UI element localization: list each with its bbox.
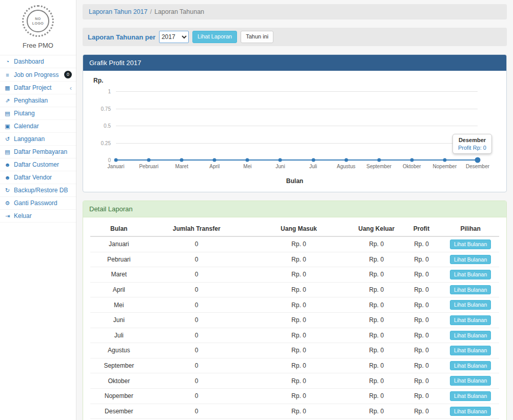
chart-tooltip: Desember Profit Rp: 0 [452, 134, 492, 154]
sidebar-item-label: Calendar [14, 123, 39, 130]
sidebar-item-langganan[interactable]: ↺Langganan [0, 133, 76, 146]
table-row: Mei0Rp. 0Rp. 0Rp. 0Lihat Bulanan [90, 297, 499, 313]
sidebar-item-keluar[interactable]: ⇥Keluar [0, 210, 76, 223]
data-point-mei[interactable] [246, 158, 249, 162]
column-header-profit: Profit [401, 222, 442, 236]
sidebar-item-ganti-password[interactable]: ⚙Ganti Password [0, 197, 76, 210]
cell-bulan: Nopember [90, 388, 148, 404]
cell-profit: Rp. 0 [401, 328, 442, 343]
cell-masuk: Rp. 0 [246, 297, 352, 313]
dashboard-icon: ◔ [4, 58, 11, 65]
column-header-uang-keluar: Uang Keluar [352, 222, 401, 236]
cell-masuk: Rp. 0 [246, 373, 352, 389]
sidebar-item-dashboard[interactable]: ◔Dashboard [0, 55, 76, 68]
breadcrumb-current: Laporan Tahunan [154, 8, 204, 15]
cell-keluar: Rp. 0 [352, 373, 401, 389]
sidebar-item-daftar-project[interactable]: ▦Daftar Project‹ [0, 82, 76, 94]
x-tick-label: Juni [275, 164, 285, 169]
calendar-icon: ▣ [4, 123, 11, 130]
lihat-bulanan-button[interactable]: Lihat Bulanan [450, 239, 491, 249]
data-point-pebruari[interactable] [147, 158, 151, 162]
table-row: Juni0Rp. 0Rp. 0Rp. 0Lihat Bulanan [90, 312, 499, 328]
cell-profit: Rp. 0 [401, 267, 442, 283]
gridline [116, 109, 478, 109]
money-icon: ▤ [4, 110, 11, 117]
cell-pilihan: Lihat Bulanan [442, 373, 499, 389]
no-logo-stamp: NO LOGO [22, 5, 54, 37]
cell-pilihan: Lihat Bulanan [442, 297, 499, 313]
x-tick-label: Pebruari [139, 164, 159, 169]
cell-masuk: Rp. 0 [246, 328, 352, 343]
lihat-bulanan-button[interactable]: Lihat Bulanan [450, 361, 491, 371]
data-point-juni[interactable] [279, 158, 282, 162]
lihat-bulanan-button[interactable]: Lihat Bulanan [450, 391, 491, 401]
sidebar-item-piutang[interactable]: ▤Piutang [0, 107, 76, 120]
tasks-icon: ≡ [4, 72, 11, 78]
data-point-januari[interactable] [114, 158, 118, 162]
cell-profit: Rp. 0 [401, 388, 442, 404]
sidebar-item-label: Job on Progress [14, 71, 58, 78]
table-row: Oktober0Rp. 0Rp. 0Rp. 0Lihat Bulanan [90, 373, 499, 389]
sidebar-item-daftar-vendor[interactable]: ☻Daftar Vendor [0, 171, 76, 184]
x-tick-label: Januari [108, 164, 125, 169]
sidebar-item-daftar-customer[interactable]: ☻Daftar Customer [0, 158, 76, 171]
year-select[interactable]: 2017 [159, 31, 189, 43]
lihat-bulanan-button[interactable]: Lihat Bulanan [450, 376, 491, 386]
cell-transfer: 0 [148, 282, 246, 297]
cell-pilihan: Lihat Bulanan [442, 312, 499, 328]
sidebar-item-calendar[interactable]: ▣Calendar [0, 120, 76, 133]
breadcrumb: Laporan Tahun 2017/Laporan Tahunan [83, 4, 507, 19]
sidebar-item-label: Ganti Password [14, 199, 57, 207]
lihat-bulanan-button[interactable]: Lihat Bulanan [450, 346, 491, 355]
lihat-bulanan-button[interactable]: Lihat Bulanan [450, 255, 491, 265]
cell-pilihan: Lihat Bulanan [442, 236, 499, 252]
sidebar-item-job-on-progress[interactable]: ≡Job on Progress0 [0, 68, 76, 82]
lihat-laporan-button[interactable]: Lihat Laporan [192, 31, 237, 43]
money-icon: ▤ [4, 149, 11, 155]
data-point-desember[interactable] [475, 157, 481, 163]
table-row: April0Rp. 0Rp. 0Rp. 0Lihat Bulanan [90, 282, 499, 297]
data-point-oktober[interactable] [410, 158, 413, 162]
sidebar-item-daftar-pembayaran[interactable]: ▤Daftar Pembayaran [0, 146, 76, 158]
lihat-bulanan-button[interactable]: Lihat Bulanan [450, 285, 491, 295]
cell-transfer: 0 [148, 312, 246, 328]
cell-masuk: Rp. 0 [246, 404, 352, 419]
lihat-bulanan-button[interactable]: Lihat Bulanan [450, 315, 491, 325]
column-header-pilihan: Pilihan [442, 222, 499, 236]
breadcrumb-link[interactable]: Laporan Tahun 2017 [89, 8, 147, 15]
cell-profit: Rp. 0 [401, 312, 442, 328]
lihat-bulanan-button[interactable]: Lihat Bulanan [450, 407, 491, 416]
data-point-maret[interactable] [180, 158, 184, 162]
data-point-april[interactable] [213, 158, 216, 162]
line-chart-icon: ⇗ [4, 97, 11, 104]
cell-keluar: Rp. 0 [352, 388, 401, 404]
cell-bulan: Oktober [90, 373, 148, 389]
data-point-nopember[interactable] [443, 158, 446, 162]
data-point-agustus[interactable] [344, 158, 348, 162]
tahun-ini-button[interactable]: Tahun ini [241, 31, 273, 43]
lihat-bulanan-button[interactable]: Lihat Bulanan [450, 300, 491, 310]
sidebar-item-backup-restore-db[interactable]: ↻Backup/Restore DB [0, 184, 76, 197]
cell-masuk: Rp. 0 [246, 343, 352, 358]
cell-bulan: Pebruari [90, 252, 148, 267]
cell-masuk: Rp. 0 [246, 312, 352, 328]
cell-pilihan: Lihat Bulanan [442, 282, 499, 297]
table-header-row: BulanJumlah TransferUang MasukUang Kelua… [90, 222, 499, 236]
sidebar-item-penghasilan[interactable]: ⇗Penghasilan [0, 94, 76, 107]
sidebar-item-label: Daftar Vendor [14, 174, 52, 181]
data-point-september[interactable] [377, 158, 381, 162]
cell-profit: Rp. 0 [401, 236, 442, 252]
data-point-juli[interactable] [311, 158, 315, 162]
tooltip-value: Profit Rp: 0 [458, 145, 486, 151]
main-content: Laporan Tahun 2017/Laporan Tahunan Lapor… [76, 0, 513, 420]
cell-profit: Rp. 0 [401, 252, 442, 267]
y-tick-label: 1 [108, 89, 111, 94]
count-badge: 0 [64, 71, 72, 78]
cell-keluar: Rp. 0 [352, 312, 401, 328]
lihat-bulanan-button[interactable]: Lihat Bulanan [450, 331, 491, 341]
cell-bulan: Juli [90, 328, 148, 343]
detail-table-wrap: BulanJumlah TransferUang MasukUang Kelua… [83, 217, 506, 420]
cell-transfer: 0 [148, 404, 246, 419]
lihat-bulanan-button[interactable]: Lihat Bulanan [450, 270, 491, 279]
detail-table: BulanJumlah TransferUang MasukUang Kelua… [90, 222, 499, 420]
